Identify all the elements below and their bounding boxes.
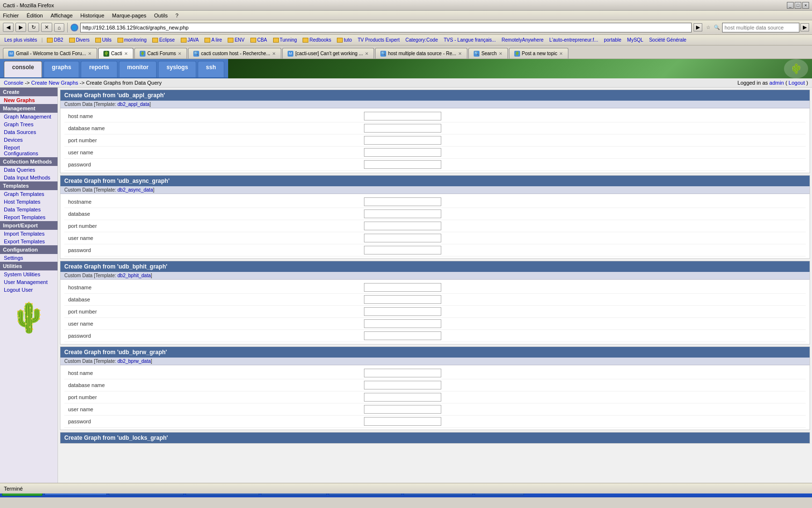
form-input-password-4[interactable] — [364, 417, 441, 426]
tab-search[interactable]: 🔍 Search ✕ — [468, 48, 508, 59]
tab-search-close[interactable]: ✕ — [499, 51, 503, 56]
bookmark-tvproducts[interactable]: TV Products Expert — [356, 37, 401, 43]
tab-gmail-close[interactable]: ✕ — [88, 51, 92, 56]
bookmark-redbooks[interactable]: Redbooks — [301, 37, 333, 43]
form-input-portnum-2[interactable] — [364, 222, 441, 230]
bookmark-tuto[interactable]: tuto — [335, 37, 353, 43]
tab-hostmultiple-close[interactable]: ✕ — [458, 51, 462, 56]
tab-monitor[interactable]: monitor — [119, 61, 157, 77]
form-input-portnum-3[interactable] — [364, 307, 441, 316]
form-input-username-2[interactable] — [364, 234, 441, 242]
tab-hostmultiple[interactable]: 🔍 host multiple data source - Re... ✕ — [375, 48, 467, 59]
sidebar-item-export-templates[interactable]: Export Templates — [0, 238, 58, 245]
sidebar-item-data-sources[interactable]: Data Sources — [0, 128, 58, 136]
search-input[interactable] — [722, 23, 799, 32]
tab-posttopic-close[interactable]: ✕ — [559, 51, 563, 56]
form-input-dbname-1[interactable] — [364, 124, 441, 133]
bookmark-portable[interactable]: portable — [602, 37, 623, 43]
sidebar-item-import-templates[interactable]: Import Templates — [0, 230, 58, 238]
bookmark-java[interactable]: JAVA — [179, 37, 201, 43]
form-input-hostname-3[interactable] — [364, 283, 441, 292]
form-input-username-1[interactable] — [364, 148, 441, 157]
bookmark-divers[interactable]: Divers — [68, 37, 91, 43]
form-input-password-3[interactable] — [364, 331, 441, 340]
breadcrumb-newgraphs[interactable]: Create New Graphs — [31, 80, 78, 86]
address-input[interactable] — [80, 23, 692, 32]
sidebar-item-new-graphs[interactable]: New Graphs — [0, 96, 58, 104]
minimize-button[interactable]: _ — [787, 2, 794, 9]
breadcrumb-console[interactable]: Console — [4, 80, 23, 86]
bookmark-mysql[interactable]: MySQL — [626, 37, 645, 43]
form-input-password-1[interactable] — [364, 160, 441, 169]
sidebar-item-graph-templates[interactable]: Graph Templates — [0, 190, 58, 198]
tab-posttopic[interactable]: 🌵 Post a new topic ✕ — [509, 48, 568, 59]
window-controls[interactable]: _ □ × — [787, 2, 809, 9]
bookmark-alire[interactable]: A lire — [203, 37, 223, 43]
tab-cacticustom[interactable]: 🔍 cacti custom host - Recherche... ✕ — [188, 48, 281, 59]
bookmark-eclipse[interactable]: Eclipse — [151, 37, 176, 43]
search-go-button[interactable]: ▶ — [800, 23, 809, 31]
home-button[interactable]: ⌂ — [54, 23, 64, 32]
tab-gmail[interactable]: M Gmail - Welcome to Cacti Foru... ✕ — [3, 48, 97, 59]
tab-cactiforums-close[interactable]: ✕ — [178, 51, 182, 56]
bookmark-db2[interactable]: DB2 — [45, 37, 64, 43]
menu-affichage[interactable]: Affichage — [51, 13, 73, 18]
tab-cactiforums[interactable]: 🌵 Cacti Forums ✕ — [134, 48, 187, 59]
sidebar-item-report-configurations[interactable]: Report Configurations — [0, 144, 58, 157]
sidebar-item-host-templates[interactable]: Host Templates — [0, 198, 58, 206]
bookmark-categorycode[interactable]: Category:Code — [404, 37, 439, 43]
forward-button[interactable]: ▶ — [15, 23, 26, 32]
bookmark-monitoring[interactable]: monitoring — [116, 37, 148, 43]
bookmark-env[interactable]: ENV — [226, 37, 246, 43]
sidebar-item-data-input-methods[interactable]: Data Input Methods — [0, 174, 58, 181]
bookmark-cba[interactable]: CBA — [249, 37, 269, 43]
sidebar-item-graph-trees[interactable]: Graph Trees — [0, 120, 58, 128]
menu-outils[interactable]: Outils — [154, 13, 168, 18]
bookmark-utils[interactable]: Utils — [94, 37, 113, 43]
form-input-username-4[interactable] — [364, 405, 441, 414]
stop-button[interactable]: ✕ — [41, 23, 52, 32]
sidebar-item-settings[interactable]: Settings — [0, 254, 58, 262]
sidebar-item-devices[interactable]: Devices — [0, 136, 58, 144]
tab-cacti[interactable]: 🌵 Cacti ✕ — [98, 48, 133, 59]
tab-syslogs[interactable]: syslogs — [158, 61, 196, 77]
sidebar-item-logout-user[interactable]: Logout User — [0, 286, 58, 294]
form-input-hostname-1[interactable] — [364, 112, 441, 120]
sidebar-item-user-management[interactable]: User Management — [0, 278, 58, 286]
tab-graphs[interactable]: graphs — [44, 61, 79, 77]
close-button[interactable]: × — [802, 2, 809, 9]
form-input-hostname-2[interactable] — [364, 197, 441, 206]
bookmark-remotely[interactable]: RemotelyAnywhere — [500, 37, 545, 43]
tab-cacti-close[interactable]: ✕ — [124, 51, 128, 56]
menu-fichier[interactable]: Fichier — [3, 13, 19, 18]
logout-link[interactable]: Logout — [789, 80, 805, 86]
form-input-username-3[interactable] — [364, 319, 441, 328]
form-input-dbname-4[interactable] — [364, 381, 441, 389]
sidebar-item-system-utilities[interactable]: System Utilities — [0, 270, 58, 278]
tab-cactiuser-close[interactable]: ✕ — [365, 51, 369, 56]
bookmark-tunning[interactable]: Tunning — [272, 37, 299, 43]
go-button[interactable]: ▶ — [694, 23, 702, 31]
menu-historique[interactable]: Historique — [80, 13, 104, 18]
sidebar-item-data-queries[interactable]: Data Queries — [0, 166, 58, 174]
sidebar-item-report-templates[interactable]: Report Templates — [0, 213, 58, 221]
form-input-portnum-4[interactable] — [364, 393, 441, 402]
tab-console[interactable]: console — [4, 61, 42, 77]
bookmark-star[interactable]: ☆ — [706, 25, 710, 30]
sidebar-item-data-templates[interactable]: Data Templates — [0, 206, 58, 213]
bookmark-autoentrepreneur[interactable]: L'auto-entrepreneur.f... — [548, 37, 600, 43]
maximize-button[interactable]: □ — [795, 2, 801, 9]
tab-ssh[interactable]: ssh — [198, 61, 224, 77]
sidebar-item-graph-management[interactable]: Graph Management — [0, 113, 58, 120]
username-link[interactable]: admin — [769, 80, 784, 86]
form-input-database-2[interactable] — [364, 209, 441, 218]
tab-cacticustom-close[interactable]: ✕ — [272, 51, 276, 56]
form-input-password-2[interactable] — [364, 246, 441, 254]
back-button[interactable]: ◀ — [3, 23, 14, 32]
reload-button[interactable]: ↻ — [28, 23, 39, 32]
form-input-database-3[interactable] — [364, 295, 441, 304]
bookmark-sg[interactable]: Société Générale — [648, 37, 688, 43]
form-input-portnum-1[interactable] — [364, 136, 441, 145]
menu-marquepages[interactable]: Marque-pages — [112, 13, 146, 18]
menu-help[interactable]: ? — [175, 13, 178, 18]
